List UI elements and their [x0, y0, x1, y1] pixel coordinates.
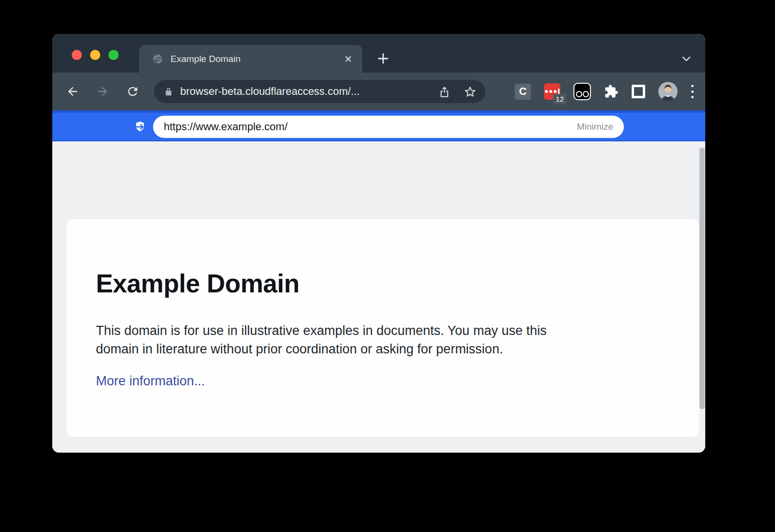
minimize-bar-button[interactable]: Minimize [577, 122, 613, 132]
page-paragraph: This domain is for use in illustrative e… [96, 321, 670, 358]
camera-extension-icon[interactable] [574, 83, 591, 100]
paragraph-line-1: This domain is for use in illustrative e… [96, 323, 546, 338]
star-bookmark-icon[interactable] [464, 85, 477, 98]
extension-badge: 12 [553, 94, 566, 104]
shield-arrow-isolation-icon [134, 121, 146, 133]
browser-window: Example Domain ✕ browser-beta.cloudflare… [52, 34, 705, 453]
new-tab-button[interactable] [376, 52, 390, 65]
forward-arrow-icon[interactable] [96, 85, 109, 98]
password-manager-extension-icon[interactable]: 12 [544, 83, 560, 100]
minimize-window-button[interactable] [90, 50, 100, 60]
lock-icon [164, 87, 173, 96]
page-title: Example Domain [96, 269, 670, 298]
browser-tab[interactable]: Example Domain ✕ [139, 45, 362, 73]
address-bar[interactable]: browser-beta.cloudflareaccess.com/... [154, 80, 485, 103]
side-panel-icon[interactable] [632, 85, 645, 98]
tab-strip: Example Domain ✕ [52, 34, 705, 73]
zoom-window-button[interactable] [108, 50, 119, 60]
isolation-url-field[interactable]: https://www.example.com/ Minimize [153, 116, 624, 138]
isolation-bar: https://www.example.com/ Minimize [52, 110, 705, 141]
c-extension-icon[interactable]: C [515, 84, 531, 100]
more-information-link[interactable]: More information... [96, 374, 205, 389]
isolation-url-text[interactable]: https://www.example.com/ [164, 121, 577, 133]
share-icon[interactable] [438, 85, 451, 98]
profile-avatar[interactable] [658, 82, 678, 101]
close-window-button[interactable] [72, 50, 82, 60]
back-arrow-icon[interactable] [66, 85, 79, 98]
browser-toolbar: browser-beta.cloudflareaccess.com/... C … [52, 73, 705, 110]
puzzle-extensions-icon[interactable] [604, 84, 619, 99]
globe-favicon-icon [152, 53, 163, 65]
paragraph-line-2: domain in literature without prior coord… [96, 342, 503, 356]
tab-title: Example Domain [170, 54, 343, 64]
tab-close-icon[interactable]: ✕ [343, 54, 354, 64]
chevron-down-icon[interactable] [680, 52, 693, 65]
content-card: Example Domain This domain is for use in… [67, 219, 699, 437]
reload-icon[interactable] [126, 85, 140, 98]
traffic-lights [72, 50, 119, 60]
kebab-menu-icon[interactable] [691, 85, 694, 98]
extensions-area: C 12 [515, 82, 694, 101]
vertical-scrollbar[interactable] [699, 148, 705, 409]
address-bar-url[interactable]: browser-beta.cloudflareaccess.com/... [180, 85, 438, 98]
page-viewport: Example Domain This domain is for use in… [52, 141, 705, 453]
